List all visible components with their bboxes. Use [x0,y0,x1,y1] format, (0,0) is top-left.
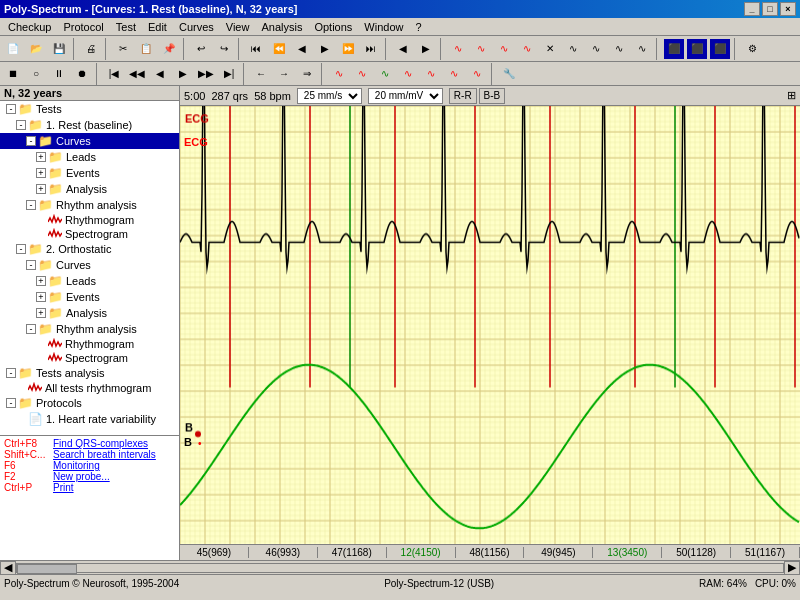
tree-item[interactable]: +📁Analysis [0,305,179,321]
tree-item[interactable]: -📁Rhythm analysis [0,197,179,213]
paste-button[interactable]: 📌 [158,38,180,60]
menu-item-test[interactable]: Test [110,20,142,34]
tb-monitor-1[interactable]: ⬛ [663,38,685,60]
tree-item[interactable]: -📁Curves [0,257,179,273]
tb-btn-1[interactable]: ⏮ [245,38,267,60]
tb-wave-9[interactable]: ∿ [631,38,653,60]
filter2[interactable]: ∿ [351,63,373,85]
tb-monitor-3[interactable]: ⬛ [709,38,731,60]
scroll-thumb[interactable] [17,564,77,574]
tb-wave-6[interactable]: ∿ [562,38,584,60]
tree-item[interactable]: 📄1. Heart rate variability [0,411,179,427]
tb-wave-1[interactable]: ∿ [447,38,469,60]
copy-button[interactable]: 📋 [135,38,157,60]
tb-btn-5[interactable]: ⏩ [337,38,359,60]
tb-btn-4[interactable]: ▶ [314,38,336,60]
mark-l[interactable]: ← [250,63,272,85]
shortcut-desc[interactable]: Monitoring [53,460,100,471]
menu-item-analysis[interactable]: Analysis [255,20,308,34]
tree-item[interactable]: Rhythmogram [0,213,179,227]
new-button[interactable]: 📄 [2,38,24,60]
tb-wave-4[interactable]: ∿ [516,38,538,60]
tb-btn-2[interactable]: ⏪ [268,38,290,60]
menu-item-options[interactable]: Options [308,20,358,34]
tree-item[interactable]: All tests rhythmogram [0,381,179,395]
tb-btn-6[interactable]: ⏭ [360,38,382,60]
tb-monitor-2[interactable]: ⬛ [686,38,708,60]
menu-item-protocol[interactable]: Protocol [57,20,109,34]
filter6[interactable]: ∿ [443,63,465,85]
speed-select[interactable]: 25 mm/s 50 mm/s [297,88,362,104]
tb-wave-2[interactable]: ∿ [470,38,492,60]
h-scrollbar[interactable]: ◀ ▶ [0,560,800,574]
bb-button[interactable]: B-B [479,88,506,104]
skip-end[interactable]: ▶| [218,63,240,85]
mark-r[interactable]: ⇒ [296,63,318,85]
open-button[interactable]: 📂 [25,38,47,60]
tree-item[interactable]: Spectrogram [0,351,179,365]
tree-item[interactable]: +📁Events [0,165,179,181]
scroll-right-btn[interactable]: ▶ [784,561,800,575]
tb-wave-3[interactable]: ∿ [493,38,515,60]
menu-item-checkup[interactable]: Checkup [2,20,57,34]
tree-item[interactable]: Spectrogram [0,227,179,241]
ecg-container[interactable]: ECG B • [180,106,800,560]
settings-button[interactable]: ⚙ [741,38,763,60]
tree-item[interactable]: -📁Curves [0,133,179,149]
tb-btn-7[interactable]: ◀ [392,38,414,60]
tb-wave-5[interactable]: ✕ [539,38,561,60]
tree-item[interactable]: -📁Protocols [0,395,179,411]
redo-button[interactable]: ↪ [213,38,235,60]
tool-btn[interactable]: 🔧 [498,63,520,85]
tb-btn-3[interactable]: ◀ [291,38,313,60]
stop-button[interactable]: ⏹ [2,63,24,85]
shortcut-desc[interactable]: New probe... [53,471,110,482]
step-fwd[interactable]: ▶ [172,63,194,85]
filter3[interactable]: ∿ [374,63,396,85]
shortcut-desc[interactable]: Search breath intervals [53,449,156,460]
close-button[interactable]: × [780,2,796,16]
skip-start[interactable]: |◀ [103,63,125,85]
prev-btn[interactable]: ◀◀ [126,63,148,85]
menu-item-view[interactable]: View [220,20,256,34]
rr-button[interactable]: R-R [449,88,477,104]
tree-item[interactable]: -📁Rhythm analysis [0,321,179,337]
maximize-button[interactable]: □ [762,2,778,16]
tree-item[interactable]: +📁Leads [0,149,179,165]
rec-button[interactable]: ⏺ [71,63,93,85]
play-button[interactable]: ○ [25,63,47,85]
filter7[interactable]: ∿ [466,63,488,85]
tree-item[interactable]: +📁Leads [0,273,179,289]
minimize-button[interactable]: _ [744,2,760,16]
cut-button[interactable]: ✂ [112,38,134,60]
pause-button[interactable]: ⏸ [48,63,70,85]
scroll-track[interactable] [16,563,784,573]
amplitude-select[interactable]: 20 mm/mV 10 mm/mV [368,88,443,104]
next-btn[interactable]: ▶▶ [195,63,217,85]
tree-item[interactable]: -📁1. Rest (baseline) [0,117,179,133]
filter5[interactable]: ∿ [420,63,442,85]
menu-item-curves[interactable]: Curves [173,20,220,34]
filter4[interactable]: ∿ [397,63,419,85]
shortcut-desc[interactable]: Find QRS-complexes [53,438,148,449]
tree-item[interactable]: -📁2. Orthostatic [0,241,179,257]
tree-item[interactable]: Rhythmogram [0,337,179,351]
tree-item[interactable]: +📁Events [0,289,179,305]
step-back[interactable]: ◀ [149,63,171,85]
tree-item[interactable]: -📁Tests [0,101,179,117]
scroll-left-btn[interactable]: ◀ [0,561,16,575]
menu-item-?[interactable]: ? [409,20,427,34]
go-btn[interactable]: → [273,63,295,85]
tb-btn-8[interactable]: ▶ [415,38,437,60]
shortcut-desc[interactable]: Print [53,482,74,493]
tb-wave-7[interactable]: ∿ [585,38,607,60]
tree-item[interactable]: +📁Analysis [0,181,179,197]
tree-item[interactable]: -📁Tests analysis [0,365,179,381]
undo-button[interactable]: ↩ [190,38,212,60]
tb-wave-8[interactable]: ∿ [608,38,630,60]
menu-item-window[interactable]: Window [358,20,409,34]
save-button[interactable]: 💾 [48,38,70,60]
print-button[interactable]: 🖨 [80,38,102,60]
menu-item-edit[interactable]: Edit [142,20,173,34]
zoom-icon[interactable]: ⊞ [787,89,796,102]
